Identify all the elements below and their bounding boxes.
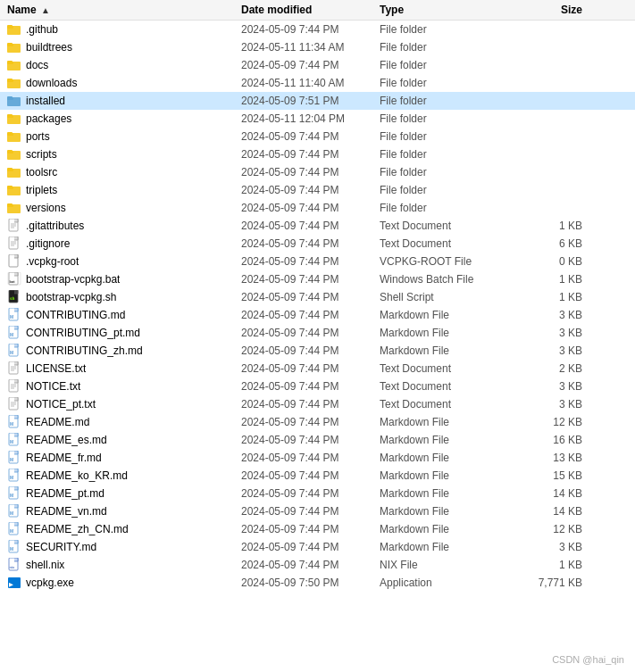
folder-icon — [7, 40, 21, 54]
file-name-cell: M README.md — [0, 415, 241, 429]
table-row[interactable]: downloads2024-05-11 11:40 AMFile folder — [0, 74, 635, 92]
table-row[interactable]: NOTICE_pt.txt2024-05-09 7:44 PMText Docu… — [0, 395, 635, 413]
nix-icon: nix — [7, 558, 21, 572]
watermark: CSDN @hai_qin — [552, 654, 624, 665]
file-type: Text Document — [380, 237, 518, 250]
file-name-text: SECURITY.md — [26, 541, 96, 553]
svg-rect-17 — [7, 114, 13, 117]
table-row[interactable]: versions2024-05-09 7:44 PMFile folder — [0, 199, 635, 217]
file-generic-icon — [7, 254, 21, 269]
file-type: Markdown File — [380, 505, 518, 518]
file-size: 3 KB — [518, 327, 589, 339]
table-row[interactable]: installed2024-05-09 7:51 PMFile folder — [0, 92, 635, 110]
folder-icon — [7, 129, 21, 144]
file-date: 2024-05-09 7:44 PM — [241, 273, 380, 286]
table-row[interactable]: M SECURITY.md2024-05-09 7:44 PMMarkdown … — [0, 538, 635, 556]
table-row[interactable]: .vcpkg-root2024-05-09 7:44 PMVCPKG-ROOT … — [0, 253, 635, 270]
col-header-name[interactable]: Name ▲ — [0, 4, 241, 16]
table-row[interactable]: M README_vn.md2024-05-09 7:44 PMMarkdown… — [0, 502, 635, 520]
table-row[interactable]: nix shell.nix2024-05-09 7:44 PMNIX File1… — [0, 556, 635, 574]
table-row[interactable]: M CONTRIBUTING_pt.md2024-05-09 7:44 PMMa… — [0, 324, 635, 342]
md-icon: M — [7, 522, 21, 536]
col-header-type[interactable]: Type — [380, 4, 518, 16]
table-row[interactable]: packages2024-05-11 12:04 PMFile folder — [0, 110, 635, 128]
file-name-cell: docs — [0, 58, 241, 72]
svg-rect-29 — [7, 186, 13, 188]
file-date: 2024-05-09 7:44 PM — [241, 523, 380, 535]
file-size: 3 KB — [518, 344, 589, 357]
file-name-cell: packages — [0, 112, 241, 126]
file-name-text: installed — [26, 95, 65, 107]
file-name-text: shell.nix — [26, 559, 64, 571]
file-type: File folder — [380, 130, 518, 143]
file-date: 2024-05-09 7:44 PM — [241, 362, 380, 375]
svg-text:M: M — [10, 421, 13, 427]
file-name-text: CONTRIBUTING_pt.md — [26, 327, 140, 339]
file-date: 2024-05-09 7:44 PM — [241, 559, 380, 571]
file-type: Markdown File — [380, 487, 518, 500]
md-icon: M — [7, 308, 21, 322]
file-date: 2024-05-09 7:44 PM — [241, 380, 380, 393]
table-row[interactable]: M README_ko_KR.md2024-05-09 7:44 PMMarkd… — [0, 467, 635, 485]
table-row[interactable]: M CONTRIBUTING.md2024-05-09 7:44 PMMarkd… — [0, 306, 635, 324]
col-header-size[interactable]: Size — [518, 4, 589, 16]
table-row[interactable]: M README_es.md2024-05-09 7:44 PMMarkdown… — [0, 431, 635, 449]
file-name-cell: scripts — [0, 147, 241, 162]
file-size: 1 KB — [518, 559, 589, 571]
file-type: File folder — [380, 148, 518, 161]
md-icon: M — [7, 433, 21, 447]
file-name-text: README_pt.md — [26, 487, 104, 500]
file-name-text: bootstrap-vcpkg.sh — [26, 291, 116, 303]
file-date: 2024-05-09 7:44 PM — [241, 130, 380, 143]
folder-icon — [7, 201, 21, 215]
file-size: 1 KB — [518, 220, 589, 232]
file-name-cell: .gitignore — [0, 236, 241, 251]
table-row[interactable]: scripts2024-05-09 7:44 PMFile folder — [0, 145, 635, 163]
file-date: 2024-05-09 7:44 PM — [241, 23, 380, 36]
file-name-text: CONTRIBUTING.md — [26, 309, 125, 321]
file-date: 2024-05-09 7:44 PM — [241, 487, 380, 500]
file-explorer: Name ▲ Date modified Type Size .github20… — [0, 0, 635, 592]
file-name-text: toolsrc — [26, 166, 57, 178]
file-name-cell: buildtrees — [0, 40, 241, 54]
table-row[interactable]: M README_pt.md2024-05-09 7:44 PMMarkdown… — [0, 485, 635, 502]
table-row[interactable]: buildtrees2024-05-11 11:34 AMFile folder — [0, 38, 635, 56]
table-row[interactable]: LICENSE.txt2024-05-09 7:44 PMText Docume… — [0, 360, 635, 377]
folder-icon — [7, 22, 21, 37]
table-row[interactable]: sh bootstrap-vcpkg.sh2024-05-09 7:44 PMS… — [0, 288, 635, 306]
svg-rect-11 — [7, 79, 13, 81]
file-size: 0 KB — [518, 255, 589, 268]
file-date: 2024-05-11 11:34 AM — [241, 41, 380, 54]
svg-rect-32 — [7, 203, 13, 206]
table-row[interactable]: triplets2024-05-09 7:44 PMFile folder — [0, 181, 635, 199]
col-header-date[interactable]: Date modified — [241, 4, 380, 16]
table-row[interactable]: ▶ vcpkg.exe2024-05-09 7:50 PMApplication… — [0, 574, 635, 592]
file-date: 2024-05-11 11:40 AM — [241, 77, 380, 89]
svg-text:bat: bat — [10, 279, 16, 284]
table-row[interactable]: .gitignore2024-05-09 7:44 PMText Documen… — [0, 235, 635, 253]
file-name-text: ports — [26, 130, 50, 143]
table-row[interactable]: .github2024-05-09 7:44 PMFile folder — [0, 21, 635, 38]
table-row[interactable]: docs2024-05-09 7:44 PMFile folder — [0, 56, 635, 74]
file-name-text: NOTICE.txt — [26, 380, 80, 393]
file-list: .github2024-05-09 7:44 PMFile folder bui… — [0, 21, 635, 592]
file-type: Markdown File — [380, 452, 518, 464]
file-type: Markdown File — [380, 541, 518, 553]
file-size: 12 KB — [518, 416, 589, 428]
folder-icon — [7, 76, 21, 90]
table-row[interactable]: M README_fr.md2024-05-09 7:44 PMMarkdown… — [0, 449, 635, 467]
file-name-cell: M README_zh_CN.md — [0, 522, 241, 536]
file-type: NIX File — [380, 559, 518, 571]
table-row[interactable]: M CONTRIBUTING_zh.md2024-05-09 7:44 PMMa… — [0, 342, 635, 360]
file-name-cell: toolsrc — [0, 165, 241, 179]
table-row[interactable]: NOTICE.txt2024-05-09 7:44 PMText Documen… — [0, 377, 635, 395]
table-row[interactable]: M README_zh_CN.md2024-05-09 7:44 PMMarkd… — [0, 520, 635, 538]
table-row[interactable]: ports2024-05-09 7:44 PMFile folder — [0, 128, 635, 145]
table-row[interactable]: toolsrc2024-05-09 7:44 PMFile folder — [0, 163, 635, 181]
table-row[interactable]: .gitattributes2024-05-09 7:44 PMText Doc… — [0, 217, 635, 235]
table-row[interactable]: M README.md2024-05-09 7:44 PMMarkdown Fi… — [0, 413, 635, 431]
file-name-text: downloads — [26, 77, 77, 89]
file-type: Shell Script — [380, 291, 518, 303]
file-name-cell: versions — [0, 201, 241, 215]
table-row[interactable]: bat bootstrap-vcpkg.bat2024-05-09 7:44 P… — [0, 270, 635, 288]
